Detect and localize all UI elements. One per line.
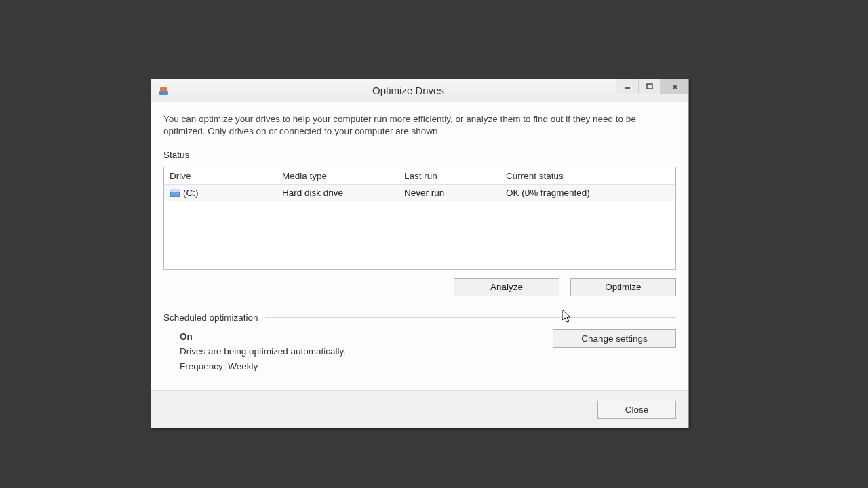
change-settings-button[interactable]: Change settings: [553, 329, 676, 348]
drive-name: (C:): [183, 188, 199, 198]
divider: [265, 317, 676, 318]
scheduled-label: Scheduled optimization: [163, 312, 258, 323]
maximize-button[interactable]: [638, 79, 660, 94]
current-status: OK (0% fragmented): [500, 185, 675, 201]
last-run: Never run: [399, 185, 500, 201]
col-status[interactable]: Current status: [500, 167, 675, 185]
description-text: You can optimize your drives to help you…: [163, 113, 676, 138]
status-heading: Status: [163, 150, 676, 160]
divider: [196, 155, 676, 155]
schedule-desc: Drives are being optimized automatically…: [180, 344, 346, 359]
close-window-button[interactable]: [660, 79, 688, 94]
table-header-row: Drive Media type Last run Current status: [164, 167, 675, 185]
analyze-button[interactable]: Analyze: [454, 278, 559, 296]
table-row[interactable]: (C:) Hard disk drive Never run OK (0% fr…: [164, 185, 675, 201]
dialog-footer: Close: [151, 390, 688, 428]
drive-icon: [170, 188, 180, 198]
optimize-drives-window: Optimize Drives You can optimize your dr…: [151, 79, 689, 428]
titlebar[interactable]: Optimize Drives: [151, 79, 688, 102]
col-last[interactable]: Last run: [399, 167, 500, 185]
col-media[interactable]: Media type: [277, 167, 399, 185]
col-drive[interactable]: Drive: [164, 167, 277, 185]
minimize-button[interactable]: [616, 79, 638, 94]
scheduled-heading: Scheduled optimization: [163, 312, 676, 323]
window-title: Optimize Drives: [128, 85, 688, 96]
svg-rect-6: [170, 192, 180, 197]
optimize-button[interactable]: Optimize: [570, 278, 676, 296]
close-button[interactable]: Close: [597, 401, 676, 419]
schedule-freq: Frequency: Weekly: [180, 359, 346, 374]
media-type: Hard disk drive: [277, 185, 399, 201]
svg-rect-7: [171, 190, 179, 192]
status-label: Status: [163, 150, 189, 160]
schedule-state: On: [180, 329, 346, 344]
svg-rect-3: [647, 84, 652, 89]
drives-table[interactable]: Drive Media type Last run Current status: [163, 167, 676, 270]
